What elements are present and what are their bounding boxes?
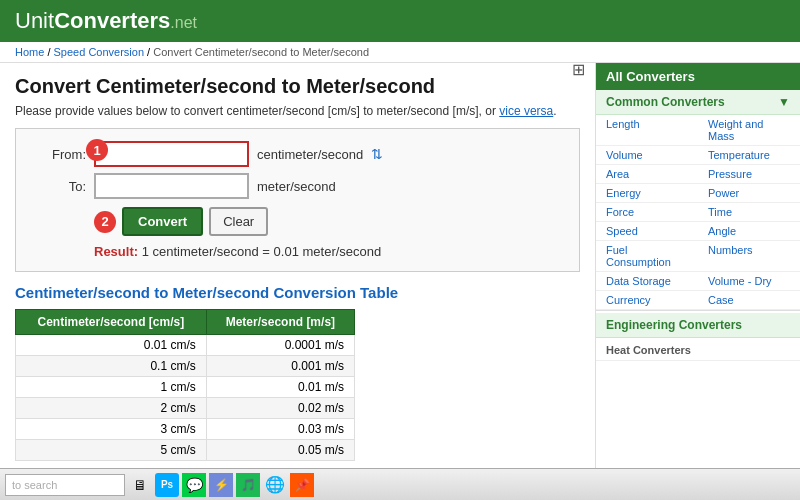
table-section: Centimeter/second to Meter/second Conver… [15,284,580,461]
logo-unit: Unit [15,8,54,33]
sidebar-item-link[interactable]: Force [596,203,698,222]
breadcrumb: Home / Speed Conversion / Convert Centim… [0,42,800,63]
sidebar-item-link[interactable]: Length [596,115,698,146]
heat-converters-title[interactable]: Heat Converters [596,340,800,361]
breadcrumb-current: Convert Centimeter/second to Meter/secon… [153,46,369,58]
description-suffix: . [553,104,556,118]
cell-ms: 0.0001 m/s [206,335,354,356]
heat-label: Heat Converters [606,344,691,356]
engineering-converters-title[interactable]: Engineering Converters [596,313,800,338]
description: Please provide values below to convert c… [15,104,580,118]
swap-icon[interactable]: ⇅ [371,146,383,162]
header: UnitConverters.net [0,0,800,42]
sidebar-item-link[interactable]: Numbers [698,241,800,272]
cell-ms: 0.03 m/s [206,419,354,440]
taskbar-icon-ps[interactable]: Ps [155,473,179,497]
taskbar-icon-discord[interactable]: ⚡ [209,473,233,497]
taskbar-icon-chrome[interactable]: 🌐 [263,473,287,497]
site-logo[interactable]: UnitConverters.net [15,8,197,34]
taskbar-icon-chat[interactable]: 💬 [182,473,206,497]
sidebar-item-link[interactable]: Volume - Dry [698,272,800,291]
col2-header: Meter/second [m/s] [206,310,354,335]
taskbar-search[interactable]: to search [5,474,125,496]
cell-cms: 0.01 cm/s [16,335,207,356]
taskbar-icon-spotify[interactable]: 🎵 [236,473,260,497]
table-row: 2 cm/s0.02 m/s [16,398,355,419]
breadcrumb-speed[interactable]: Speed Conversion [54,46,145,58]
table-row: 0.1 cm/s0.001 m/s [16,356,355,377]
cell-cms: 5 cm/s [16,440,207,461]
from-label: From: [31,147,86,162]
table-row: 3 cm/s0.03 m/s [16,419,355,440]
cell-cms: 1 cm/s [16,377,207,398]
description-prefix: Please provide values below to convert c… [15,104,499,118]
cell-ms: 0.02 m/s [206,398,354,419]
to-row: To: meter/second [31,173,564,199]
page-title: Convert Centimeter/second to Meter/secon… [15,75,580,98]
result-row: Result: 1 centimeter/second = 0.01 meter… [94,244,564,259]
cell-ms: 0.001 m/s [206,356,354,377]
table-row: 1 cm/s0.01 m/s [16,377,355,398]
taskbar-icon-pin[interactable]: 📌 [290,473,314,497]
convert-button[interactable]: Convert [122,207,203,236]
logo-net: .net [170,14,197,31]
sidebar-item-link[interactable]: Speed [596,222,698,241]
table-title: Centimeter/second to Meter/second Conver… [15,284,580,301]
calculator-icon[interactable]: ⊞ [572,63,585,79]
sidebar-item-link[interactable]: Volume [596,146,698,165]
from-row: From: centimeter/second ⇅ [31,141,564,167]
result-text: 1 centimeter/second = 0.01 meter/second [142,244,382,259]
step2-circle: 2 [94,211,116,233]
all-converters-label: All Converters [606,69,695,84]
from-unit: centimeter/second [257,147,363,162]
to-input[interactable] [94,173,249,199]
to-label: To: [31,179,86,194]
sidebar: All Converters Common Converters ▼ Lengt… [595,63,800,500]
button-row: 2 Convert Clear [94,207,564,236]
dropdown-icon: ▼ [778,95,790,109]
main-layout: ⊞ Convert Centimeter/second to Meter/sec… [0,63,800,500]
sidebar-item-link[interactable]: Angle [698,222,800,241]
sidebar-item-link[interactable]: Data Storage [596,272,698,291]
logo-converters: Converters [54,8,170,33]
cell-ms: 0.05 m/s [206,440,354,461]
engineering-label: Engineering Converters [606,318,742,332]
sidebar-item-link[interactable]: Power [698,184,800,203]
vice-versa-link[interactable]: vice versa [499,104,553,118]
common-converters-grid: LengthWeight and MassVolumeTemperatureAr… [596,115,800,311]
content-area: ⊞ Convert Centimeter/second to Meter/sec… [0,63,595,500]
table-row: 5 cm/s0.05 m/s [16,440,355,461]
converter-box: 1 From: centimeter/second ⇅ To: meter/se… [15,128,580,272]
cell-cms: 0.1 cm/s [16,356,207,377]
sidebar-item-link[interactable]: Temperature [698,146,800,165]
table-row: 0.01 cm/s0.0001 m/s [16,335,355,356]
step1-circle: 1 [86,139,108,161]
cell-ms: 0.01 m/s [206,377,354,398]
from-input[interactable] [94,141,249,167]
common-converters-label: Common Converters [606,95,725,109]
sidebar-item-link[interactable]: Pressure [698,165,800,184]
sidebar-header: All Converters [596,63,800,90]
sidebar-item-link[interactable]: Fuel Consumption [596,241,698,272]
sidebar-item-link[interactable]: Area [596,165,698,184]
common-converters-title[interactable]: Common Converters ▼ [596,90,800,115]
cell-cms: 3 cm/s [16,419,207,440]
result-label: Result: [94,244,138,259]
to-unit: meter/second [257,179,336,194]
sidebar-item-link[interactable]: Currency [596,291,698,310]
search-placeholder: to search [12,479,57,491]
cell-cms: 2 cm/s [16,398,207,419]
taskbar: to search 🖥 Ps 💬 ⚡ 🎵 🌐 📌 [0,468,800,500]
clear-button[interactable]: Clear [209,207,268,236]
sidebar-item-link[interactable]: Weight and Mass [698,115,800,146]
taskbar-icon-monitor[interactable]: 🖥 [128,473,152,497]
col1-header: Centimeter/second [cm/s] [16,310,207,335]
sidebar-item-link[interactable]: Time [698,203,800,222]
sidebar-item-link[interactable]: Energy [596,184,698,203]
breadcrumb-home[interactable]: Home [15,46,44,58]
sidebar-item-link[interactable]: Case [698,291,800,310]
conversion-table: Centimeter/second [cm/s] Meter/second [m… [15,309,355,461]
